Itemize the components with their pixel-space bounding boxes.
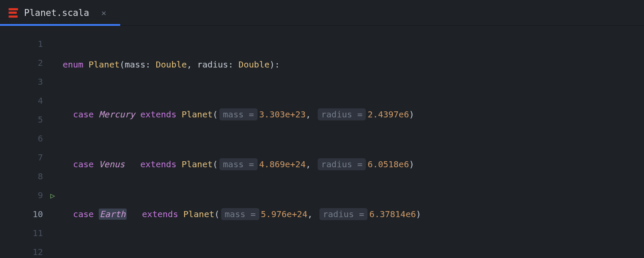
gutter: 1 2 3 4 5 6 7 8 9▷ 10 11 12 [0, 26, 56, 258]
code-line[interactable]: case Mars extends Planet(mass =6.421e+23… [56, 255, 644, 258]
code-line[interactable]: case Mercury extends Planet(mass =3.303e… [56, 105, 644, 124]
tab-filename: Planet.scala [24, 8, 89, 18]
line-number[interactable]: 1 [0, 34, 56, 53]
scala-icon [9, 8, 18, 18]
editor-tab[interactable]: Planet.scala × [0, 0, 120, 25]
inlay-hint: mass = [219, 108, 257, 120]
highlighted-symbol: Earth [99, 209, 126, 220]
line-number[interactable]: 4 [0, 91, 56, 110]
line-number[interactable]: 10 [0, 205, 56, 224]
inlay-hint: radius = [319, 208, 368, 220]
close-icon[interactable]: × [100, 8, 108, 18]
run-icon[interactable]: ▷ [50, 191, 55, 200]
code-area[interactable]: enum Planet(mass: Double, radius: Double… [56, 26, 644, 258]
line-number[interactable]: 3 [0, 72, 56, 91]
line-number[interactable]: 11 [0, 224, 56, 243]
line-number[interactable]: 7 [0, 148, 56, 167]
line-number[interactable]: 9▷ [0, 186, 56, 205]
inlay-hint: mass = [221, 208, 259, 220]
inlay-hint: mass = [219, 158, 257, 170]
code-line[interactable]: enum Planet(mass: Double, radius: Double… [56, 55, 644, 74]
line-number[interactable]: 6 [0, 129, 56, 148]
inlay-hint: radius = [318, 158, 366, 170]
tab-bar: Planet.scala × [0, 0, 644, 26]
line-number[interactable]: 8 [0, 167, 56, 186]
line-number[interactable]: 2 [0, 53, 56, 72]
code-line[interactable]: case Venus extends Planet(mass =4.869e+2… [56, 155, 644, 174]
line-number[interactable]: 12 [0, 243, 56, 258]
code-line[interactable]: case Earth extends Planet(mass =5.976e+2… [56, 205, 644, 224]
line-number[interactable]: 5 [0, 110, 56, 129]
editor: 1 2 3 4 5 6 7 8 9▷ 10 11 12 enum Planet(… [0, 26, 644, 258]
inlay-hint: radius = [318, 108, 366, 120]
